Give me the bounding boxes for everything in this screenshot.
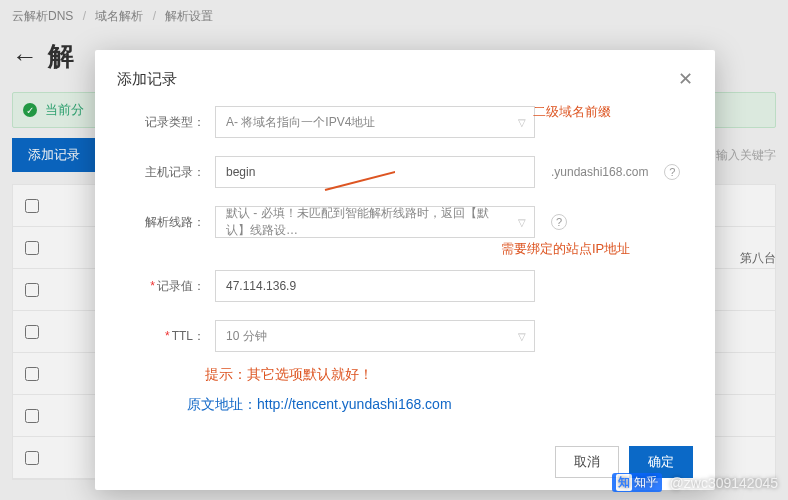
- help-icon[interactable]: ?: [551, 214, 567, 230]
- close-icon[interactable]: ✕: [678, 68, 693, 90]
- watermark-user: @zwc309142045: [670, 475, 778, 491]
- input-record-value-text[interactable]: [226, 279, 506, 293]
- annotation-subdomain-prefix: 二级域名前缀: [533, 103, 611, 121]
- input-host-record-text[interactable]: [226, 165, 506, 179]
- label-record-type: 记录类型：: [125, 114, 205, 131]
- chevron-down-icon: ▽: [518, 331, 526, 342]
- modal-title: 添加记录: [117, 70, 177, 89]
- select-resolve-line[interactable]: 默认 - 必填！未匹配到智能解析线路时，返回【默认】线路设… ▽: [215, 206, 535, 238]
- origin-link[interactable]: 原文地址：http://tencent.yundashi168.com: [187, 396, 693, 414]
- field-host-record: 主机记录： .yundashi168.com ?: [125, 156, 685, 188]
- select-ttl-value: 10 分钟: [226, 328, 267, 345]
- zhihu-icon: 知知乎知乎: [612, 473, 662, 492]
- cancel-button[interactable]: 取消: [555, 446, 619, 478]
- host-record-suffix: .yundashi168.com: [551, 165, 648, 179]
- watermark: 知知乎知乎 @zwc309142045: [612, 473, 778, 492]
- input-host-record[interactable]: [215, 156, 535, 188]
- input-record-value[interactable]: [215, 270, 535, 302]
- select-ttl[interactable]: 10 分钟 ▽: [215, 320, 535, 352]
- annotation-site-ip: 需要绑定的站点IP地址: [501, 240, 630, 258]
- label-ttl: *TTL：: [125, 328, 205, 345]
- label-host-record: 主机记录：: [125, 164, 205, 181]
- label-resolve-line: 解析线路：: [125, 214, 205, 231]
- field-record-value: *记录值：: [125, 270, 685, 302]
- select-resolve-line-value: 默认 - 必填！未匹配到智能解析线路时，返回【默认】线路设…: [226, 205, 506, 239]
- field-ttl: *TTL： 10 分钟 ▽: [125, 320, 685, 352]
- chevron-down-icon: ▽: [518, 117, 526, 128]
- field-resolve-line: 解析线路： 默认 - 必填！未匹配到智能解析线路时，返回【默认】线路设… ▽ ?…: [125, 206, 685, 238]
- field-record-type: 记录类型： A- 将域名指向一个IPV4地址 ▽ 二级域名前缀: [125, 106, 685, 138]
- help-icon[interactable]: ?: [664, 164, 680, 180]
- chevron-down-icon: ▽: [518, 217, 526, 228]
- select-record-type-value: A- 将域名指向一个IPV4地址: [226, 114, 375, 131]
- label-record-value: *记录值：: [125, 278, 205, 295]
- tip-text: 提示：其它选项默认就好！: [205, 366, 693, 384]
- add-record-modal: 添加记录 ✕ 记录类型： A- 将域名指向一个IPV4地址 ▽ 二级域名前缀 主…: [95, 50, 715, 490]
- select-record-type[interactable]: A- 将域名指向一个IPV4地址 ▽: [215, 106, 535, 138]
